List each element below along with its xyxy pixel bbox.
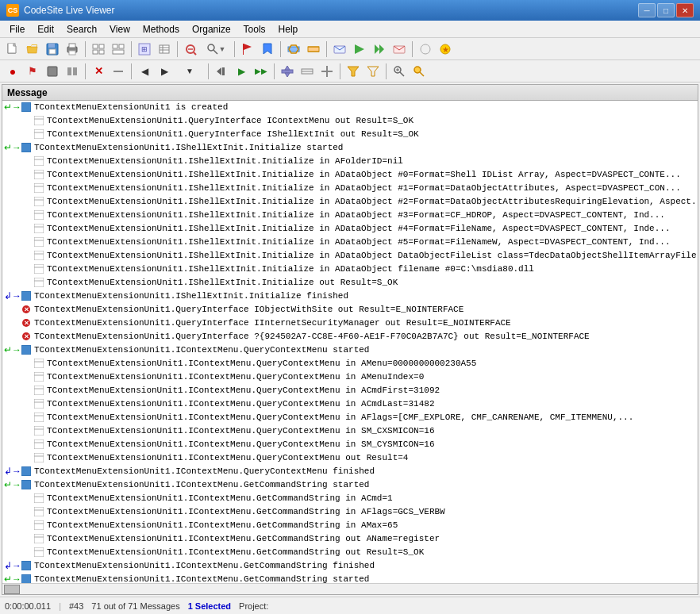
tb2-btn6[interactable] xyxy=(109,63,128,80)
log-row[interactable]: TContextMenuExtensionUnit1.QueryInterfac… xyxy=(2,114,698,128)
svg-rect-95 xyxy=(34,359,44,368)
tb-btn-stream2[interactable] xyxy=(304,40,323,58)
new-button[interactable] xyxy=(3,40,22,58)
svg-line-56 xyxy=(400,72,404,76)
menu-organize[interactable]: Organize xyxy=(186,22,237,36)
tb-btn-9[interactable] xyxy=(181,40,200,58)
menu-file[interactable]: File xyxy=(3,22,31,36)
log-row[interactable]: TContextMenuExtensionUnit1.IContextMenu.… xyxy=(2,492,698,505)
tb-btn-8[interactable] xyxy=(155,40,174,58)
log-row[interactable]: ✕ TContextMenuExtensionUnit1.QueryInterf… xyxy=(2,303,698,317)
log-row[interactable]: ↵ → TContextMenuExtensionUnit1.IContextM… xyxy=(2,343,698,357)
toolbar-2: ● ⚑ ✕ ◀ ▶ ▼ ▶ ▶▶ xyxy=(0,60,700,83)
clear-button[interactable]: ✕ xyxy=(89,63,108,80)
log-row[interactable]: ↲ → TContextMenuExtensionUnit1.IContextM… xyxy=(2,465,698,478)
log-row[interactable]: TContextMenuExtensionUnit1.IContextMenu.… xyxy=(2,370,698,384)
log-row[interactable]: TContextMenuExtensionUnit1.IContextMenu.… xyxy=(2,357,698,370)
tb2-first[interactable] xyxy=(212,63,231,80)
log-row[interactable]: TContextMenuExtensionUnit1.IShellExtInit… xyxy=(2,222,698,236)
log-row[interactable]: TContextMenuExtensionUnit1.IContextMenu.… xyxy=(2,451,698,465)
log-row[interactable]: TContextMenuExtensionUnit1.IContextMenu.… xyxy=(2,546,698,559)
menu-methods[interactable]: Methods xyxy=(137,22,186,36)
menu-search[interactable]: Search xyxy=(60,22,103,36)
log-row[interactable]: TContextMenuExtensionUnit1.IContextMenu.… xyxy=(2,411,698,424)
tb2-step[interactable]: ▶ xyxy=(232,63,251,80)
log-row[interactable]: TContextMenuExtensionUnit1.IContextMenu.… xyxy=(2,519,698,532)
tb-btn-send3[interactable] xyxy=(370,40,389,58)
open-button[interactable] xyxy=(23,40,42,58)
log-row[interactable]: TContextMenuExtensionUnit1.QueryInterfac… xyxy=(2,128,698,141)
tb2-btn4[interactable] xyxy=(63,63,82,80)
log-row[interactable]: TContextMenuExtensionUnit1.IContextMenu.… xyxy=(2,424,698,438)
log-row[interactable]: ↵ → TContextMenuExtensionUnit1.IContextM… xyxy=(2,573,698,583)
tb2-fast[interactable]: ▶▶ xyxy=(252,63,271,80)
forward-button[interactable]: ▶ xyxy=(155,63,174,80)
log-row[interactable]: TContextMenuExtensionUnit1.IContextMenu.… xyxy=(2,397,698,411)
log-row[interactable]: ↵ → TContextMenuExtensionUnit1.IContextM… xyxy=(2,478,698,492)
tb-btn-stream[interactable] xyxy=(284,40,303,58)
svg-rect-71 xyxy=(34,183,44,193)
log-row[interactable]: TContextMenuExtensionUnit1.IShellExtInit… xyxy=(2,168,698,182)
tb-btn-5[interactable] xyxy=(89,40,108,58)
horizontal-scrollbar[interactable] xyxy=(2,583,698,594)
save-button[interactable] xyxy=(43,40,62,58)
tb-btn-7[interactable]: ⊞ xyxy=(135,40,154,58)
log-row[interactable]: ↵ → TContextMenuExtensionUnit1.IShellExt… xyxy=(2,141,698,155)
svg-marker-34 xyxy=(375,44,379,54)
tb-btn-right2[interactable]: ★ xyxy=(436,40,455,58)
log-row[interactable]: TContextMenuExtensionUnit1.IShellExtInit… xyxy=(2,209,698,222)
print-button[interactable] xyxy=(63,40,82,58)
svg-marker-35 xyxy=(379,44,384,54)
log-row[interactable]: TContextMenuExtensionUnit1.IContextMenu.… xyxy=(2,384,698,397)
log-row[interactable]: TContextMenuExtensionUnit1.IShellExtInit… xyxy=(2,195,698,209)
tb2-filter2[interactable] xyxy=(363,63,383,80)
tb2-expand2[interactable] xyxy=(317,63,337,80)
menu-view[interactable]: View xyxy=(103,22,137,36)
log-row[interactable]: ✕ TContextMenuExtensionUnit1.QueryInterf… xyxy=(2,317,698,330)
log-row[interactable]: TContextMenuExtensionUnit1.IContextMenu.… xyxy=(2,438,698,451)
tb-btn-send1[interactable] xyxy=(330,40,349,58)
log-row[interactable]: TContextMenuExtensionUnit1.IShellExtInit… xyxy=(2,155,698,168)
record-button[interactable]: ● xyxy=(3,63,22,80)
tb2-filter[interactable] xyxy=(344,63,363,80)
stop-button[interactable] xyxy=(43,63,62,80)
tb2-zoomout[interactable] xyxy=(410,63,429,80)
tb-btn-send2[interactable] xyxy=(350,40,369,58)
maximize-button[interactable]: □ xyxy=(657,3,675,17)
log-row[interactable]: ✕ TContextMenuExtensionUnit1.QueryInterf… xyxy=(2,330,698,343)
tb-btn-right1[interactable] xyxy=(416,40,435,58)
log-scroll[interactable]: ↵ → TContextMenuExtensionUnit1 is create… xyxy=(2,101,698,583)
toolbar-sep-4 xyxy=(234,41,235,57)
entry-icon xyxy=(33,276,45,289)
log-row[interactable]: ↲ → TContextMenuExtensionUnit1.IShellExt… xyxy=(2,290,698,303)
search-button[interactable]: ▼ xyxy=(201,40,231,58)
log-row[interactable]: TContextMenuExtensionUnit1.IShellExtInit… xyxy=(2,276,698,290)
menu-tools[interactable]: Tools xyxy=(237,22,272,36)
flag-button[interactable]: ⚑ xyxy=(23,63,42,80)
tb2-zoom[interactable] xyxy=(390,63,409,80)
tb-btn-flag[interactable] xyxy=(238,40,257,58)
log-row[interactable]: TContextMenuExtensionUnit1.IContextMenu.… xyxy=(2,505,698,519)
menu-help[interactable]: Help xyxy=(272,22,305,36)
log-row[interactable]: TContextMenuExtensionUnit1.IShellExtInit… xyxy=(2,249,698,263)
back-button[interactable]: ◀ xyxy=(135,63,154,80)
log-row[interactable]: TContextMenuExtensionUnit1.IShellExtInit… xyxy=(2,182,698,195)
log-row[interactable]: ↲ → TContextMenuExtensionUnit1.IContextM… xyxy=(2,559,698,573)
nav-dropdown[interactable]: ▼ xyxy=(175,63,205,80)
tb-btn-bookmark[interactable] xyxy=(258,40,277,58)
tb2-expand[interactable] xyxy=(278,63,297,80)
tb2-collapse[interactable] xyxy=(298,63,317,80)
minimize-button[interactable]: ─ xyxy=(638,3,656,17)
tb-btn-6[interactable] xyxy=(109,40,128,58)
close-button[interactable]: ✕ xyxy=(676,3,694,17)
menu-edit[interactable]: Edit xyxy=(31,22,60,36)
log-row[interactable]: TContextMenuExtensionUnit1.IShellExtInit… xyxy=(2,236,698,249)
tb-btn-send4[interactable] xyxy=(390,40,409,58)
hscroll-thumb[interactable] xyxy=(4,585,20,594)
svg-rect-97 xyxy=(34,372,44,382)
log-row[interactable]: ↵ → TContextMenuExtensionUnit1 is create… xyxy=(2,101,698,114)
log-row[interactable]: TContextMenuExtensionUnit1.IShellExtInit… xyxy=(2,263,698,276)
log-row[interactable]: TContextMenuExtensionUnit1.IContextMenu.… xyxy=(2,532,698,546)
entry-icon xyxy=(33,424,45,437)
entry-icon xyxy=(33,505,45,518)
